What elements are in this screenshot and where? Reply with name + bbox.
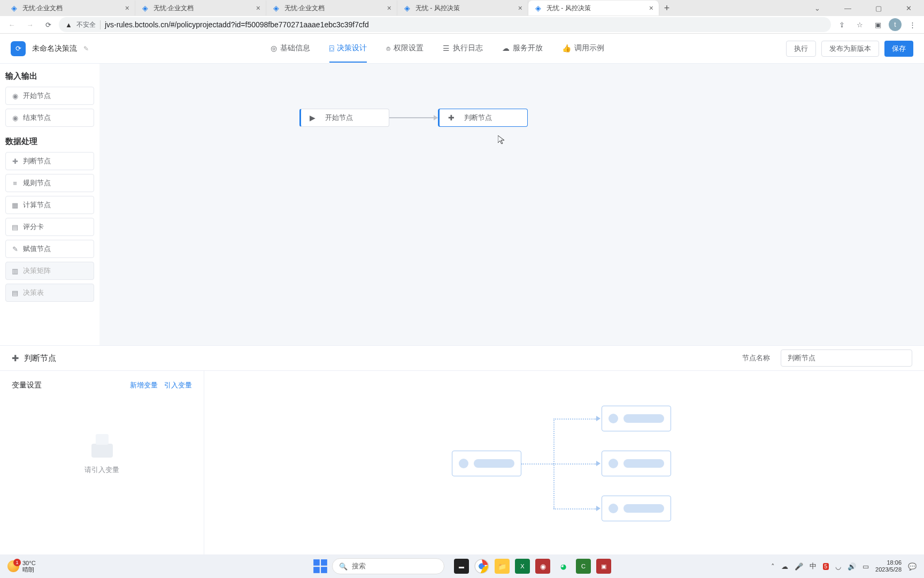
tray-app-icon[interactable]: 5 bbox=[823, 563, 829, 570]
browser-tab[interactable]: ◈ 无忧·企业文档 × bbox=[4, 1, 135, 16]
browser-tab[interactable]: ◈ 无忧 - 风控决策 × bbox=[397, 1, 528, 16]
taskbar-app-explorer-icon[interactable]: 📁 bbox=[495, 559, 510, 574]
svg-rect-2 bbox=[313, 567, 320, 573]
close-icon[interactable]: × bbox=[387, 4, 391, 12]
empty-text: 请引入变量 bbox=[84, 465, 119, 475]
edit-icon[interactable]: ✎ bbox=[83, 45, 89, 52]
favicon-icon: ◈ bbox=[534, 4, 542, 12]
battery-icon[interactable]: ▭ bbox=[863, 562, 869, 571]
schematic-node bbox=[602, 451, 671, 476]
table-icon: ▤ bbox=[11, 289, 19, 297]
close-button[interactable]: ✕ bbox=[894, 0, 924, 16]
nav-tab-permissions[interactable]: ⌾ 权限设置 bbox=[386, 35, 424, 63]
svg-rect-1 bbox=[321, 559, 327, 566]
taskbar-app-icon[interactable]: ◉ bbox=[535, 559, 550, 574]
nav-tab-exec-log[interactable]: ☰ 执行日志 bbox=[443, 35, 483, 63]
flow-name: 未命名决策流 bbox=[32, 44, 77, 54]
kebab-menu-icon[interactable]: ⋮ bbox=[905, 17, 920, 32]
taskbar-app-icon[interactable]: ▣ bbox=[596, 559, 611, 574]
card-icon: ▤ bbox=[11, 223, 19, 231]
sun-icon: 1 bbox=[7, 560, 19, 572]
url-input[interactable]: ▲ 不安全 jvs-rules.bctools.cn/#/policyproje… bbox=[59, 17, 831, 32]
new-tab-button[interactable]: + bbox=[659, 3, 674, 14]
play-icon: ◉ bbox=[11, 92, 19, 100]
bookmark-icon[interactable]: ☆ bbox=[852, 17, 867, 32]
palette-item-decision-table: ▤ 决策表 bbox=[5, 284, 94, 302]
close-icon[interactable]: × bbox=[649, 4, 653, 12]
reload-button[interactable]: ⟳ bbox=[41, 17, 56, 32]
play-icon: ▶ bbox=[310, 113, 315, 122]
palette-item-end[interactable]: ◉ 结束节点 bbox=[5, 109, 94, 127]
taskbar-app-icon[interactable]: C bbox=[576, 559, 591, 574]
taskbar-app-chrome-icon[interactable] bbox=[474, 559, 489, 574]
lock-icon: ⌾ bbox=[386, 44, 390, 52]
minimize-button[interactable]: — bbox=[833, 0, 863, 16]
close-icon[interactable]: × bbox=[256, 4, 260, 12]
cursor-icon bbox=[498, 135, 504, 144]
wifi-icon[interactable]: ◡ bbox=[835, 562, 841, 571]
notifications-icon[interactable]: 💬 bbox=[908, 562, 917, 571]
publish-button[interactable]: 发布为新版本 bbox=[821, 41, 879, 57]
schematic-node bbox=[602, 496, 671, 521]
browser-tab-bar: ◈ 无忧·企业文档 × ◈ 无忧·企业文档 × ◈ 无忧·企业文档 × ◈ 无忧… bbox=[0, 0, 924, 16]
palette-item-judge[interactable]: ✚ 判断节点 bbox=[5, 152, 94, 170]
canvas-node-judge[interactable]: ✚ 判断节点 bbox=[438, 109, 528, 127]
canvas-node-start[interactable]: ▶ 开始节点 bbox=[299, 109, 389, 127]
nav-tab-service-open[interactable]: ☁ 服务开放 bbox=[502, 35, 543, 63]
run-button[interactable]: 执行 bbox=[786, 41, 816, 57]
palette-item-scorecard[interactable]: ▤ 评分卡 bbox=[5, 218, 94, 236]
palette-group-title: 数据处理 bbox=[5, 136, 94, 147]
input-method-icon[interactable]: 中 bbox=[810, 561, 817, 571]
browser-tab[interactable]: ◈ 无忧·企业文档 × bbox=[135, 1, 266, 16]
palette-item-decision-matrix: ▥ 决策矩阵 bbox=[5, 262, 94, 280]
forward-button[interactable]: → bbox=[22, 17, 37, 32]
info-icon: ◎ bbox=[271, 44, 277, 52]
nav-tab-call-example[interactable]: 👍 调用示例 bbox=[562, 35, 604, 63]
favicon-icon: ◈ bbox=[141, 4, 149, 12]
schematic-node bbox=[452, 451, 521, 476]
palette-item-rule[interactable]: ≡ 规则节点 bbox=[5, 174, 94, 192]
weather-widget[interactable]: 1 30°C 晴朗 bbox=[7, 560, 36, 573]
node-name-input[interactable] bbox=[781, 349, 912, 367]
weather-temp: 30°C bbox=[22, 560, 36, 566]
import-variable-link[interactable]: 引入变量 bbox=[164, 381, 192, 390]
extensions-icon[interactable]: ▣ bbox=[871, 17, 886, 32]
start-button[interactable] bbox=[313, 559, 328, 574]
taskbar-app-excel-icon[interactable]: X bbox=[515, 559, 530, 574]
palette-item-assign[interactable]: ✎ 赋值节点 bbox=[5, 240, 94, 258]
nav-tab-decision-design[interactable]: ⌼ 决策设计 bbox=[329, 35, 367, 63]
favicon-icon: ◈ bbox=[10, 4, 18, 12]
palette-item-start[interactable]: ◉ 开始节点 bbox=[5, 87, 94, 105]
flow-canvas[interactable]: ▶ 开始节点 ✚ 判断节点 bbox=[99, 64, 924, 345]
weather-desc: 晴朗 bbox=[22, 566, 36, 573]
chevron-up-icon[interactable]: ˄ bbox=[771, 562, 775, 571]
maximize-button[interactable]: ▢ bbox=[863, 0, 894, 16]
microphone-icon[interactable]: 🎤 bbox=[795, 562, 803, 571]
chevron-down-icon[interactable]: ⌄ bbox=[802, 0, 833, 16]
favicon-icon: ◈ bbox=[272, 4, 280, 12]
nav-tab-basic-info[interactable]: ◎ 基础信息 bbox=[271, 35, 310, 63]
browser-tab[interactable]: ◈ 无忧 - 风控决策 × bbox=[528, 1, 659, 16]
palette-item-calc[interactable]: ▦ 计算节点 bbox=[5, 196, 94, 214]
volume-icon[interactable]: 🔊 bbox=[848, 562, 856, 571]
cloud-icon[interactable]: ☁ bbox=[781, 562, 788, 571]
taskbar-clock[interactable]: 18:06 2023/5/28 bbox=[875, 559, 902, 573]
taskbar-app-wechat-icon[interactable]: ◕ bbox=[556, 559, 571, 574]
browser-tab[interactable]: ◈ 无忧·企业文档 × bbox=[266, 1, 397, 16]
close-icon[interactable]: × bbox=[518, 4, 522, 12]
taskbar-search[interactable]: 🔍 搜索 bbox=[332, 558, 444, 574]
profile-avatar[interactable]: t bbox=[889, 18, 902, 31]
save-button[interactable]: 保存 bbox=[884, 41, 913, 57]
canvas-edge[interactable] bbox=[389, 117, 437, 118]
tab-title: 无忧·企业文档 bbox=[22, 4, 121, 13]
back-button[interactable]: ← bbox=[4, 17, 19, 32]
close-icon[interactable]: × bbox=[125, 4, 129, 12]
taskbar-app-icon[interactable]: ▬ bbox=[454, 559, 469, 574]
palette-group-title: 输入输出 bbox=[5, 71, 94, 81]
node-name-label: 节点名称 bbox=[742, 353, 770, 363]
add-variable-link[interactable]: 新增变量 bbox=[130, 381, 158, 390]
app-header: ⟳ 未命名决策流 ✎ ◎ 基础信息 ⌼ 决策设计 ⌾ 权限设置 ☰ 执行日志 ☁… bbox=[0, 34, 924, 64]
svg-rect-3 bbox=[321, 567, 327, 573]
share-icon[interactable]: ⇪ bbox=[834, 17, 849, 32]
plus-icon: ✚ bbox=[12, 353, 19, 363]
